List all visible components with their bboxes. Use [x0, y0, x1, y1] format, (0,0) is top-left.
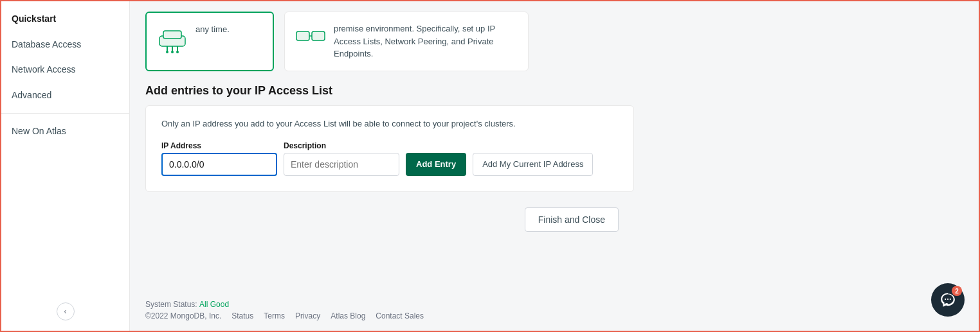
description-label: Description [284, 141, 399, 150]
finish-and-close-button[interactable]: Finish and Close [525, 207, 619, 232]
ip-address-label: IP Address [161, 141, 277, 150]
svg-point-11 [945, 299, 946, 300]
svg-point-5 [166, 51, 168, 53]
sidebar: Quickstart Database Access Network Acces… [1, 1, 130, 331]
access-list-box: Only an IP address you add to your Acces… [145, 105, 634, 192]
cloud-card-text: any time. [195, 23, 230, 36]
svg-point-6 [171, 51, 174, 53]
form-row: IP Address Description Add Entry Add My … [161, 141, 618, 176]
network-card-icon [295, 22, 326, 53]
sidebar-item-database-access[interactable]: Database Access [1, 32, 129, 58]
ip-address-input[interactable] [161, 153, 277, 176]
network-card: premise environment. Specifically, set u… [284, 12, 529, 71]
sidebar-divider [1, 113, 129, 114]
sidebar-item-new-on-atlas[interactable]: New On Atlas [1, 119, 129, 144]
sidebar-item-quickstart[interactable]: Quickstart [1, 6, 129, 32]
chat-button[interactable]: 2 [931, 283, 965, 317]
description-input[interactable] [284, 153, 399, 176]
cloud-card-icon [157, 23, 188, 54]
sidebar-item-network-access[interactable]: Network Access [1, 57, 129, 83]
svg-point-13 [950, 299, 951, 300]
cloud-card: any time. [145, 12, 274, 71]
network-card-text: premise environment. Specifically, set u… [334, 22, 518, 60]
footer-status-value: All Good [199, 300, 229, 309]
main-content: any time. premise environment. Specifica… [130, 1, 979, 331]
chat-badge: 2 [952, 286, 962, 296]
footer-link-contact-sales[interactable]: Contact Sales [376, 311, 424, 320]
cards-row: any time. premise environment. Specifica… [130, 1, 979, 71]
footer-link-privacy[interactable]: Privacy [295, 311, 320, 320]
access-list-description: Only an IP address you add to your Acces… [161, 119, 618, 128]
sidebar-collapse-button[interactable]: ‹ [57, 302, 75, 320]
footer-link-status[interactable]: Status [231, 311, 253, 320]
description-group: Description [284, 141, 399, 176]
svg-rect-1 [163, 31, 181, 39]
svg-point-7 [176, 51, 179, 53]
footer-link-atlas-blog[interactable]: Atlas Blog [331, 311, 365, 320]
svg-point-12 [947, 299, 948, 300]
add-current-ip-button[interactable]: Add My Current IP Address [473, 153, 593, 176]
footer-link-terms[interactable]: Terms [264, 311, 285, 320]
footer-status: System Status: All Good [145, 300, 963, 309]
footer-links: ©2022 MongoDB, Inc. Status Terms Privacy… [145, 311, 963, 320]
svg-rect-8 [296, 31, 309, 40]
footer: System Status: All Good ©2022 MongoDB, I… [130, 290, 979, 331]
section-title: Add entries to your IP Access List [130, 71, 979, 105]
finish-row: Finish and Close [130, 192, 634, 242]
svg-rect-9 [312, 31, 325, 40]
sidebar-item-advanced[interactable]: Advanced [1, 83, 129, 109]
ip-address-group: IP Address [161, 141, 277, 176]
add-entry-button[interactable]: Add Entry [406, 153, 466, 176]
